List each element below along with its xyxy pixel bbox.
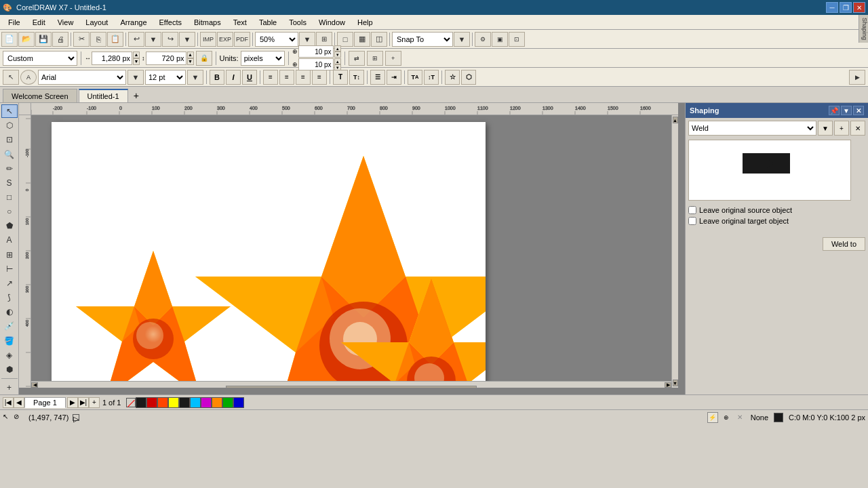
star-shape-button[interactable]: ☆ (445, 70, 460, 85)
page-add-button[interactable]: + (89, 397, 100, 408)
page-first-button[interactable]: |◀ (3, 397, 14, 408)
freehand-tool[interactable]: ✏ (1, 162, 18, 176)
coord-arrow[interactable]: ▷ (73, 414, 79, 421)
status-icon2[interactable]: ⊕ (721, 412, 732, 423)
expand-toolbar-button[interactable]: ▶ (849, 70, 865, 85)
view3-button[interactable]: ◫ (371, 32, 387, 47)
snap-select[interactable]: Snap To (392, 32, 453, 47)
align-button[interactable]: ⊞ (367, 51, 383, 66)
status-bezier[interactable]: ⊘ (14, 413, 23, 422)
eyedropper-tool[interactable]: 💉 (1, 319, 18, 333)
font-dropdown[interactable]: ▼ (127, 70, 144, 85)
hscroll-right[interactable]: ▶ (665, 382, 671, 388)
dynamic-guides-button[interactable]: + (385, 51, 401, 66)
weld-to-button[interactable]: Weld to (823, 237, 865, 251)
shaping-vertical-tab[interactable]: Shaping (859, 15, 868, 43)
open-button[interactable]: 📂 (18, 32, 35, 47)
menu-effects[interactable]: Effects (154, 17, 187, 28)
status-icon3[interactable]: ✕ (734, 412, 745, 423)
size-dropdown[interactable]: ▼ (187, 70, 203, 85)
black-swatch[interactable] (136, 397, 146, 408)
menu-view[interactable]: View (52, 17, 79, 28)
align-left-button[interactable]: ≡ (263, 70, 278, 85)
menu-table[interactable]: Table (254, 17, 282, 28)
nudge1-up[interactable]: ▲ (334, 45, 341, 52)
menu-arrange[interactable]: Arrange (115, 17, 152, 28)
black2-swatch[interactable] (179, 397, 190, 408)
hscroll-left[interactable]: ◀ (31, 382, 38, 388)
options1-button[interactable]: ⚙ (475, 32, 491, 47)
rect-tool[interactable]: □ (1, 190, 18, 204)
transform-button[interactable]: ⇄ (349, 51, 365, 66)
weld-type-select[interactable]: Weld Trim Intersect Simplify (688, 121, 816, 136)
text-tool-indicator[interactable]: A (20, 70, 37, 85)
dark-red-swatch[interactable] (146, 397, 157, 408)
font-select[interactable]: Arial (38, 70, 126, 85)
underline-button[interactable]: U (242, 70, 257, 85)
text-effect2[interactable]: ↕T (424, 70, 439, 85)
crop-tool[interactable]: ⊡ (1, 133, 18, 146)
restore-button[interactable]: ❐ (840, 2, 852, 13)
bold-button[interactable]: B (210, 70, 224, 85)
menu-layout[interactable]: Layout (80, 17, 113, 28)
weld-add-button[interactable]: + (834, 121, 849, 136)
smart-fill-tool[interactable]: ⬢ (1, 363, 18, 376)
zoom-dropdown[interactable]: ▼ (299, 32, 315, 47)
menu-help[interactable]: Help (352, 17, 378, 28)
text-style2[interactable]: T↕ (349, 70, 364, 85)
no-fill-swatch[interactable] (126, 398, 136, 407)
italic-button[interactable]: I (226, 70, 241, 85)
new-button[interactable]: 📄 (1, 32, 18, 47)
minimize-button[interactable]: ─ (826, 2, 838, 13)
magenta-swatch[interactable] (201, 397, 212, 408)
yellow-swatch[interactable] (168, 397, 179, 408)
orange-red-swatch[interactable] (157, 397, 168, 408)
save-button[interactable]: 💾 (35, 32, 52, 47)
leave-target-checkbox[interactable] (688, 217, 696, 225)
add-tab-button[interactable]: + (130, 89, 143, 102)
nudge2-input[interactable] (298, 58, 334, 70)
import-button[interactable]: IMP (200, 32, 216, 47)
weld-expand-button[interactable]: ▼ (818, 121, 833, 136)
font-size-select[interactable]: 12 pt (145, 70, 186, 85)
paste-button[interactable]: 📋 (107, 32, 123, 47)
status-arrow[interactable]: ↖ (3, 413, 12, 422)
select-tool[interactable]: ↖ (1, 104, 18, 118)
preset-select[interactable]: Custom (3, 51, 77, 66)
align-justify-button[interactable]: ≡ (312, 70, 327, 85)
menu-text[interactable]: Text (228, 17, 252, 28)
canvas-area[interactable]: -200 -100 0 100 200 300 400 500 600 700 … (19, 103, 685, 394)
units-select[interactable]: pixelsinchesmmcm (241, 51, 285, 66)
undo-dropdown[interactable]: ▼ (145, 32, 161, 47)
connector-tool[interactable]: ↗ (1, 277, 18, 290)
nudge1-down[interactable]: ▼ (334, 52, 341, 58)
nudge2-up[interactable]: ▲ (334, 58, 341, 64)
shape-tool[interactable]: ⬡ (1, 119, 18, 132)
shaping-pin-button[interactable]: 📌 (829, 106, 840, 115)
zoom-select[interactable]: 50%75%100%200% (255, 32, 298, 47)
width-down[interactable]: ▼ (133, 58, 140, 65)
fullscreen-button[interactable]: ⊞ (316, 32, 332, 47)
cut-button[interactable]: ✂ (73, 32, 90, 47)
width-input[interactable] (92, 52, 132, 65)
options3-button[interactable]: ⊡ (509, 32, 525, 47)
status-icon1[interactable]: ⚡ (707, 412, 718, 423)
height-input[interactable] (146, 52, 186, 65)
vscroll-down[interactable]: ▼ (673, 380, 678, 386)
select-tool-indicator[interactable]: ↖ (3, 70, 19, 85)
interactive-fill-tool[interactable]: ◈ (1, 348, 18, 362)
export-button[interactable]: EXP (217, 32, 233, 47)
page-tab-1[interactable]: Page 1 (24, 397, 66, 408)
page-prev-button[interactable]: ◀ (14, 397, 24, 408)
height-up[interactable]: ▲ (187, 52, 194, 58)
page-next-button[interactable]: ▶ (67, 397, 78, 408)
fill-tool[interactable]: 🪣 (1, 334, 18, 348)
leave-source-checkbox[interactable] (688, 206, 696, 214)
vscrollbar[interactable]: ▲ ▼ (671, 115, 678, 388)
hscrollbar[interactable]: ◀ ▶ (31, 381, 671, 388)
redo-dropdown[interactable]: ▼ (179, 32, 195, 47)
zoom-tool[interactable]: 🔍 (1, 147, 18, 161)
menu-window[interactable]: Window (313, 17, 351, 28)
weld-close-button[interactable]: ✕ (850, 121, 865, 136)
shaping-close-button[interactable]: ✕ (853, 106, 864, 115)
